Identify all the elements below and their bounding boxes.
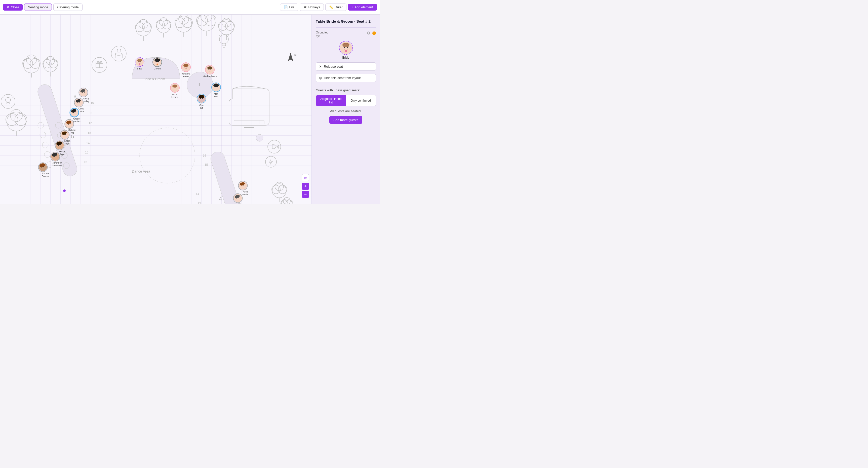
svg-point-116	[63, 189, 66, 192]
svg-point-138	[185, 67, 185, 68]
svg-marker-103	[272, 145, 276, 149]
svg-point-2	[143, 23, 151, 32]
svg-text:1: 1	[258, 136, 260, 139]
guest-avatar-area: Bride	[316, 41, 376, 59]
filter-all-tab[interactable]: All guests in the list	[316, 95, 346, 106]
svg-point-154	[200, 98, 201, 99]
maid-avatar[interactable]: Maid-of-honor	[203, 65, 217, 78]
bestman-avatar[interactable]: ManBest	[211, 83, 221, 98]
guests-header: Guests with unassigned seats:	[316, 88, 376, 92]
svg-point-38	[120, 49, 121, 50]
svg-point-117	[140, 128, 195, 183]
file-button[interactable]: 📄 File	[280, 3, 299, 11]
hotkeys-button[interactable]: ⌘ Hotkeys	[300, 3, 324, 11]
divider-2	[316, 85, 376, 85]
occupied-label: Occupied by:	[316, 31, 329, 38]
svg-point-25	[219, 35, 228, 44]
add-element-button[interactable]: + Add element	[348, 4, 377, 10]
svg-text:13: 13	[88, 131, 91, 135]
add-more-guests-button[interactable]: Add more guests	[329, 116, 362, 124]
svg-point-32	[111, 46, 126, 61]
svg-point-104	[266, 156, 277, 167]
top-bar: ✕ Close Seating mode Catering mode 📄 Fil…	[0, 0, 380, 14]
svg-line-31	[219, 35, 220, 36]
svg-point-151	[217, 87, 218, 88]
svg-point-114	[283, 197, 290, 204]
svg-point-155	[202, 98, 203, 99]
svg-text:15: 15	[205, 163, 208, 166]
svg-point-149	[213, 84, 219, 87]
svg-line-30	[228, 35, 229, 36]
svg-point-168	[64, 119, 74, 129]
svg-text:1: 1	[198, 83, 200, 87]
svg-point-142	[209, 69, 209, 70]
svg-text:14: 14	[196, 192, 199, 196]
seating-canvas[interactable]: 9 10 11 12 13 14 15 16 Bride & Groom 1	[0, 14, 311, 204]
svg-text:12: 12	[89, 121, 92, 125]
catering-mode-button[interactable]: Catering mode	[53, 3, 82, 11]
filter-confirmed-tab[interactable]: Only confirmed	[346, 95, 376, 106]
svg-point-147	[176, 88, 176, 88]
anna-avatar[interactable]: AnnaLemon	[170, 83, 180, 99]
svg-point-139	[187, 67, 187, 68]
svg-point-126	[137, 59, 142, 62]
svg-text:4: 4	[219, 196, 222, 202]
groom-avatar[interactable]: Groom	[152, 57, 162, 70]
svg-point-111	[281, 199, 292, 204]
sidebar-title: Table Bride & Groom · Seat # 2	[316, 19, 376, 23]
kit-avatar[interactable]: CarrKit	[197, 94, 206, 110]
ruler-icon: 📏	[329, 5, 333, 9]
filter-tabs: All guests in the list Only confirmed	[316, 95, 376, 106]
guest-avatar[interactable]	[339, 41, 353, 55]
gear-icon[interactable]: ⚙	[367, 31, 370, 35]
svg-point-131	[154, 58, 160, 62]
seating-mode-button[interactable]: Seating mode	[24, 3, 52, 11]
zoom-out-button[interactable]: −	[302, 191, 309, 198]
svg-text:13: 13	[197, 202, 201, 204]
svg-text:15: 15	[85, 151, 89, 154]
svg-point-137	[183, 64, 188, 67]
release-seat-button[interactable]: ✕ Release seat	[316, 62, 376, 71]
svg-point-1	[135, 23, 145, 32]
svg-text:Bride & Groom: Bride & Groom	[144, 77, 165, 81]
ruler-button[interactable]: 📏 Ruler	[325, 3, 346, 11]
svg-point-141	[207, 66, 212, 69]
compass-button[interactable]: ⊕	[302, 174, 309, 181]
svg-line-59	[4, 97, 4, 98]
svg-text:N: N	[294, 53, 297, 57]
svg-text:16: 16	[84, 160, 87, 164]
svg-point-68	[42, 142, 48, 148]
svg-point-18	[201, 14, 212, 22]
svg-point-145	[172, 85, 177, 88]
hide-seat-button[interactable]: ◎ Hide this seat from layout	[316, 74, 376, 82]
svg-point-160	[74, 97, 84, 107]
main-area: 9 10 11 12 13 14 15 16 Bride & Groom 1	[0, 14, 380, 204]
svg-point-127	[138, 62, 139, 62]
svg-point-22	[225, 21, 235, 30]
close-icon: ✕	[6, 5, 9, 9]
svg-rect-33	[115, 54, 122, 58]
svg-point-37	[117, 49, 118, 50]
svg-line-58	[11, 97, 12, 98]
zoom-in-button[interactable]: +	[302, 183, 309, 190]
zoom-controls: ⊕ + −	[302, 174, 309, 198]
svg-point-128	[141, 62, 141, 62]
occupied-row: Occupied by: ⚙	[316, 31, 376, 38]
svg-point-69	[40, 132, 46, 138]
svg-text:10: 10	[91, 101, 94, 105]
svg-text:Dance Area: Dance Area	[132, 169, 150, 174]
svg-point-143	[211, 69, 211, 70]
svg-text:11: 11	[89, 111, 93, 115]
svg-point-172	[60, 130, 70, 139]
status-dot[interactable]	[372, 31, 376, 35]
svg-point-5	[156, 19, 170, 33]
bride-avatar[interactable]: Bride	[135, 57, 145, 70]
file-icon: 📄	[284, 5, 288, 9]
svg-rect-93	[244, 127, 254, 128]
svg-rect-26	[222, 44, 226, 46]
svg-point-54	[5, 97, 10, 102]
svg-point-21	[218, 21, 227, 30]
release-icon: ✕	[319, 65, 322, 68]
johanna-avatar[interactable]: JohannaLowe	[181, 62, 191, 78]
close-button[interactable]: ✕ Close	[3, 4, 23, 10]
